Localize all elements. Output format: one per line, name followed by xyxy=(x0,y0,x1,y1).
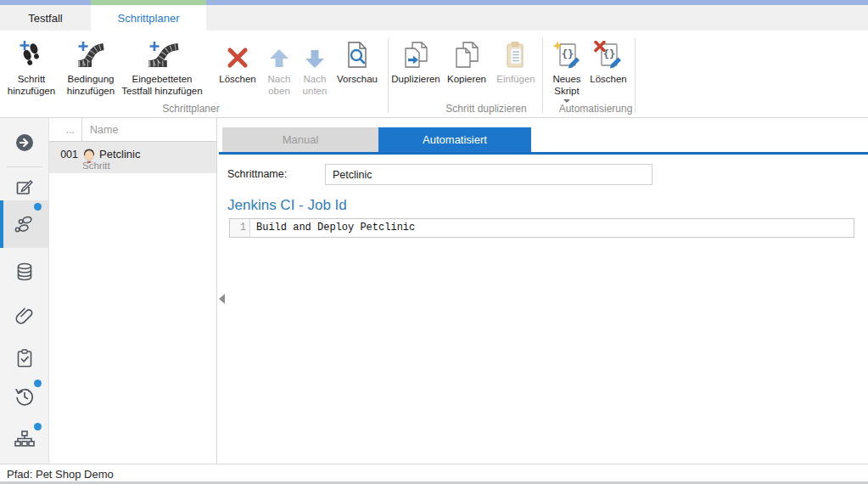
column-header-name[interactable]: Name xyxy=(81,118,118,142)
collapse-panel-handle[interactable] xyxy=(219,294,225,304)
sidebar-selected-indicator xyxy=(0,200,3,248)
ribbon-button-duplizieren[interactable]: Duplizieren xyxy=(389,36,442,114)
ribbon-button-bedingung-hinzufuegen[interactable]: Bedingung hinzufügen xyxy=(61,36,120,114)
job-id-code-editor[interactable]: 1 Build and Deploy Petclinic xyxy=(229,218,854,238)
ribbon-group-separator xyxy=(388,38,389,113)
ribbon-toolbar: Schritt hinzufügen Bedingung hinzufügen xyxy=(0,31,868,118)
notification-dot xyxy=(34,423,42,431)
nav-sidebar xyxy=(0,118,49,464)
app-window: Testfall Schrittplaner Schritt hinzufüge… xyxy=(0,0,868,484)
window-tab-bar: Testfall Schrittplaner xyxy=(0,5,868,31)
ribbon-button-vorschau[interactable]: Vorschau xyxy=(333,36,381,114)
ribbon-group-separator xyxy=(542,38,543,113)
step-number: 001 xyxy=(49,149,78,160)
ribbon-button-schritt-hinzufuegen[interactable]: Schritt hinzufügen xyxy=(2,36,61,114)
footsteps-add-icon xyxy=(17,36,46,71)
script-new-icon: {} xyxy=(552,36,581,71)
editor-line-number: 1 xyxy=(230,219,250,237)
hierarchy-icon xyxy=(14,429,36,451)
status-path-text: Pfad: Pet Shop Demo xyxy=(7,468,114,481)
footsteps-icon xyxy=(14,213,36,235)
delete-x-icon xyxy=(226,36,249,71)
goto-arrow-icon xyxy=(14,132,35,153)
tab-underline xyxy=(219,152,868,155)
ribbon-button-nach-oben[interactable]: Nach oben xyxy=(262,36,296,114)
paste-clipboard-icon xyxy=(504,36,528,71)
arrow-up-icon xyxy=(268,36,290,71)
sidebar-separator xyxy=(7,166,42,167)
ribbon-group-separator xyxy=(635,38,636,113)
ribbon-group-label-schritt-duplizieren: Schritt duplizieren xyxy=(445,103,526,115)
branch-add-icon xyxy=(76,36,106,71)
stepname-label: Schrittname: xyxy=(227,168,287,180)
sidebar-item-history[interactable] xyxy=(0,378,49,415)
edit-icon xyxy=(14,177,35,197)
branch-add-embedded-icon xyxy=(143,36,181,71)
editor-code-line[interactable]: Build and Deploy Petclinic xyxy=(250,219,415,237)
sidebar-item-goto[interactable] xyxy=(0,124,49,161)
step-list-panel: ... Name 001 Petclinic Schritt xyxy=(49,118,217,464)
ribbon-group-label-schrittplaner: Schrittplaner xyxy=(162,103,219,115)
section-title-jenkins-job: Jenkins CI - Job Id xyxy=(227,197,347,214)
sidebar-item-attachments[interactable] xyxy=(0,297,49,335)
tab-testfall[interactable]: Testfall xyxy=(0,5,91,31)
notification-dot xyxy=(34,203,42,211)
sidebar-item-hierarchy[interactable] xyxy=(0,421,49,459)
tab-manual[interactable]: Manual xyxy=(222,127,378,152)
step-name: Petclinic xyxy=(99,148,140,160)
main-panel: Manual Automatisiert Schrittname: Jenkin… xyxy=(218,118,868,464)
copy-pages-icon xyxy=(453,36,480,71)
tab-schrittplaner[interactable]: Schrittplaner xyxy=(91,5,206,31)
ribbon-button-nach-unten[interactable]: Nach unten xyxy=(296,36,333,114)
tab-automatisiert[interactable]: Automatisiert xyxy=(378,127,531,152)
stepname-input[interactable] xyxy=(325,164,652,185)
document-preview-icon xyxy=(345,36,369,71)
paperclip-icon xyxy=(14,306,35,326)
step-list-row-petclinic[interactable]: 001 Petclinic Schritt xyxy=(49,142,216,173)
sidebar-item-tasks[interactable] xyxy=(0,340,49,377)
arrow-down-icon xyxy=(304,36,326,71)
step-type: Schritt xyxy=(82,160,110,171)
database-icon xyxy=(14,262,35,282)
duplicate-pages-icon xyxy=(402,36,429,71)
column-header-options[interactable]: ... xyxy=(49,118,81,142)
ribbon-button-loeschen[interactable]: Löschen xyxy=(213,36,262,114)
sidebar-item-steps[interactable] xyxy=(0,200,49,248)
history-icon xyxy=(14,386,35,407)
svg-text:{}: {} xyxy=(562,48,574,60)
script-delete-icon: {} xyxy=(594,36,623,71)
notification-dot xyxy=(34,380,42,387)
ribbon-group-label-automatisierung: Automatisierung xyxy=(559,103,633,115)
step-list-header: ... Name xyxy=(49,118,216,142)
sidebar-item-database[interactable] xyxy=(0,253,49,290)
clipboard-check-icon xyxy=(14,348,35,369)
